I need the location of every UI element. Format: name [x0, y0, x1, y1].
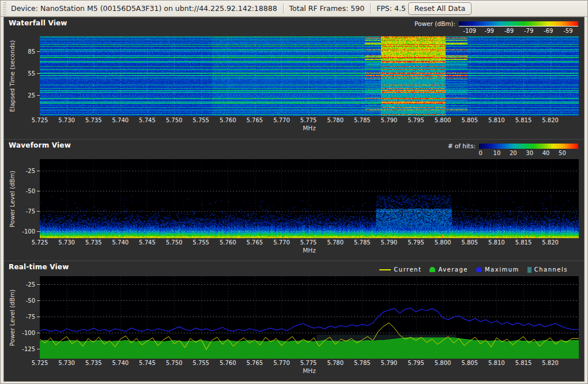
realtime-ylabel: Power Level (dBm) — [9, 289, 16, 345]
waveform-freq-unit: MHz — [40, 247, 579, 255]
freq-tick-label: 5.790 — [381, 117, 398, 123]
y-tick-mark — [37, 73, 40, 74]
total-rf-frames-label: Total RF Frames: 590 — [289, 4, 365, 13]
freq-tick-label: 5.795 — [408, 239, 424, 246]
freq-tick-label: 5.780 — [327, 117, 344, 123]
waterfall-spectrogram-canvas — [40, 36, 579, 116]
freq-tick-label: 5.755 — [193, 239, 209, 246]
freq-tick-label: 5.765 — [247, 117, 263, 123]
y-tick-label: -25 — [26, 168, 35, 174]
freq-tick-label: 5.735 — [85, 117, 102, 123]
y-tick-label: 55 — [28, 70, 35, 76]
colorbar-tick-label: -69 — [544, 28, 553, 34]
freq-tick-label: 5.750 — [166, 360, 183, 366]
waveform-header: Waveform View # of hits: 01020304050 — [4, 140, 584, 159]
freq-tick-label: 5.735 — [85, 360, 102, 366]
freq-tick-label: 5.775 — [300, 117, 317, 123]
legend-label: Channels — [534, 266, 568, 273]
freq-tick-label: 5.805 — [461, 360, 478, 366]
hits-colorbar-legend: # of hits: 01020304050 — [448, 142, 578, 157]
freq-tick-label: 5.805 — [461, 117, 478, 123]
legend-label: Current — [394, 266, 421, 273]
y-tick-label: -25 — [26, 281, 35, 287]
freq-tick-label: 5.725 — [32, 360, 48, 366]
toolbar-grip-handle[interactable] — [3, 2, 6, 15]
client-area: Waterfall View Power (dBm): -109-99-89-7… — [3, 17, 585, 382]
y-tick-mark — [37, 171, 40, 171]
power-colorbar-ticks: -109-99-89-79-69-59 — [459, 27, 578, 35]
realtime-title: Real-time View — [9, 263, 69, 271]
freq-tick-label: 5.745 — [139, 117, 156, 123]
toolbar: Device: NanoStation M5 (00156D5A3F31) on… — [1, 1, 587, 17]
freq-tick-label: 5.815 — [515, 239, 532, 246]
colorbar-tick-label: -109 — [463, 28, 476, 34]
waterfall-freq-axis: 5.7255.7305.7355.7405.7455.7505.7555.760… — [4, 116, 584, 125]
realtime-freq-axis: 5.7255.7305.7355.7405.7455.7505.7555.760… — [4, 359, 584, 367]
freq-tick-label: 5.800 — [435, 239, 451, 246]
waveform-persistence-canvas — [40, 159, 579, 238]
waveform-y-axis: Power Level (dBm) -25-50-75-100 — [4, 159, 40, 238]
freq-tick-label: 5.775 — [300, 360, 317, 366]
y-tick-mark — [37, 284, 40, 285]
realtime-y-axis: Power Level (dBm) -25-50-75-100-125 — [4, 276, 40, 359]
reset-all-data-button[interactable]: Reset All Data — [408, 2, 472, 15]
colorbar-tick-label: 0 — [478, 150, 482, 156]
y-tick-mark — [37, 349, 40, 349]
freq-tick-label: 5.795 — [408, 360, 424, 366]
average-swatch-icon — [429, 267, 435, 272]
freq-tick-label: 5.810 — [488, 360, 505, 366]
y-tick-label: 85 — [28, 48, 35, 54]
freq-tick-label: 5.740 — [112, 360, 129, 366]
freq-tick-label: 5.740 — [112, 239, 129, 246]
freq-tick-label: 5.770 — [273, 360, 290, 366]
freq-tick-label: 5.745 — [139, 360, 156, 366]
freq-tick-label: 5.815 — [515, 117, 532, 123]
freq-tick-label: 5.750 — [166, 239, 183, 246]
realtime-spectrum-canvas — [40, 276, 579, 359]
freq-tick-label: 5.730 — [58, 117, 75, 123]
freq-tick-label: 5.820 — [542, 117, 559, 123]
freq-tick-label: 5.740 — [112, 117, 129, 123]
colorbar-tick-label: 10 — [493, 150, 501, 156]
waterfall-ylabel: Elapsed Time (seconds) — [9, 40, 16, 112]
waveform-ylabel: Power Level (dBm) — [9, 170, 16, 227]
waterfall-view-panel: Waterfall View Power (dBm): -109-99-89-7… — [4, 17, 584, 140]
freq-tick-label: 5.800 — [435, 360, 451, 366]
maximum-swatch-icon — [476, 267, 482, 272]
freq-tick-label: 5.765 — [247, 360, 263, 366]
freq-tick-label: 5.800 — [435, 117, 451, 123]
colorbar-tick-label: 20 — [510, 150, 517, 156]
freq-tick-label: 5.760 — [220, 360, 236, 366]
freq-tick-label: 5.735 — [85, 239, 102, 246]
freq-tick-label: 5.730 — [58, 360, 75, 366]
toolbar-separator — [283, 3, 284, 14]
freq-tick-label: 5.795 — [408, 117, 424, 123]
colorbar-tick-label: 40 — [542, 150, 550, 156]
y-tick-label: -100 — [22, 228, 35, 234]
realtime-header: Real-time View CurrentAverageMaximumChan… — [4, 261, 584, 276]
freq-tick-label: 5.790 — [381, 360, 398, 366]
y-tick-mark — [37, 95, 40, 96]
y-tick-mark — [37, 231, 40, 232]
freq-tick-label: 5.770 — [273, 117, 290, 123]
legend-item-channels: Channels — [527, 266, 568, 273]
freq-tick-label: 5.770 — [273, 239, 290, 246]
freq-tick-label: 5.755 — [193, 117, 209, 123]
y-tick-label: -125 — [22, 346, 35, 352]
freq-tick-label: 5.805 — [461, 239, 478, 246]
power-colorbar-gradient — [459, 21, 578, 27]
freq-tick-label: 5.730 — [58, 239, 75, 246]
y-tick-label: -50 — [26, 297, 35, 303]
device-label: Device: NanoStation M5 (00156D5A3F31) on… — [11, 4, 277, 13]
waterfall-header: Waterfall View Power (dBm): -109-99-89-7… — [4, 17, 584, 36]
y-tick-mark — [37, 300, 40, 301]
legend-item-current: Current — [379, 266, 421, 273]
freq-tick-label: 5.725 — [32, 239, 48, 246]
colorbar-tick-label: -79 — [524, 28, 533, 34]
legend-label: Average — [438, 266, 468, 273]
hits-colorbar-ticks: 01020304050 — [479, 149, 578, 157]
current-swatch-icon — [379, 269, 391, 270]
realtime-legend: CurrentAverageMaximumChannels — [379, 266, 568, 273]
waterfall-y-axis: Elapsed Time (seconds) 855525 — [4, 36, 40, 116]
legend-item-average: Average — [429, 266, 468, 273]
